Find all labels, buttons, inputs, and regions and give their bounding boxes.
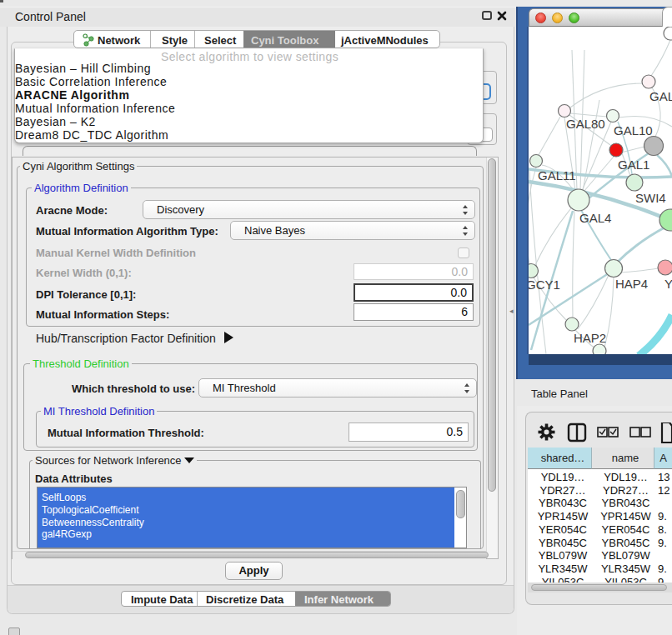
svg-text:GAL4: GAL4 — [579, 211, 611, 225]
svg-text:GAL7: GAL7 — [649, 89, 672, 103]
svg-text:GAL10: GAL10 — [614, 123, 653, 138]
svg-text:GCY1: GCY1 — [529, 278, 560, 292]
svg-text:Y: Y — [664, 277, 672, 291]
svg-text:HAP2: HAP2 — [574, 331, 606, 345]
svg-text:SWI4: SWI4 — [635, 191, 666, 205]
svg-text:GAL80: GAL80 — [566, 117, 605, 131]
svg-text:GAL11: GAL11 — [538, 168, 576, 182]
svg-text:HAP4: HAP4 — [615, 277, 648, 291]
svg-text:GAL1: GAL1 — [618, 158, 649, 172]
